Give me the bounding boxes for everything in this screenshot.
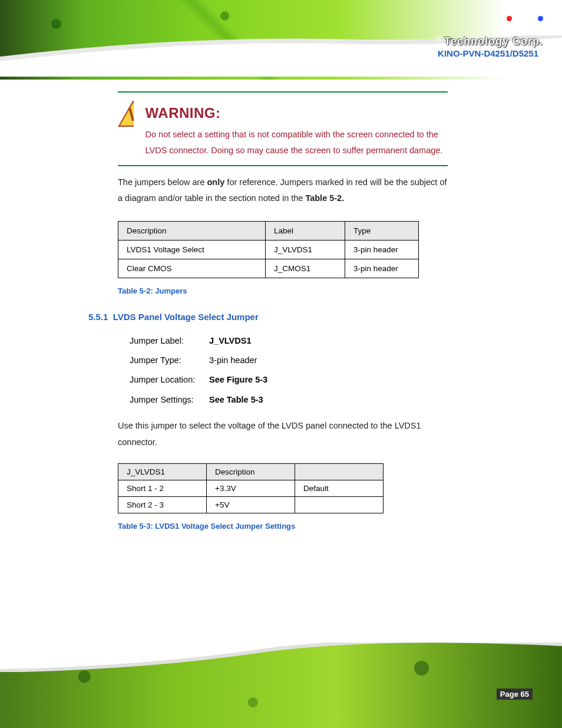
- cell: Short 2 - 3: [118, 497, 207, 513]
- text: The jumpers below are: [118, 177, 207, 187]
- logo-tagline: Technology Corp.: [444, 35, 543, 47]
- field-value: See Table 5-3: [209, 390, 263, 410]
- table-header-row: J_VLVDS1 Description: [118, 464, 384, 480]
- col-description: Description: [207, 464, 295, 480]
- swoosh-bottom: [0, 643, 562, 672]
- cell: 3-pin header: [345, 240, 419, 259]
- header-banner: iEi ® Technology Corp. KINO-PVN-D4251/D5…: [0, 0, 562, 80]
- field-value: J_VLVDS1: [209, 331, 251, 351]
- field-value: See Figure 5-3: [209, 370, 267, 390]
- cell: +3.3V: [207, 480, 295, 497]
- field-value: 3-pin header: [209, 351, 257, 370]
- section-heading: 5.5.1 LVDS Panel Voltage Select Jumper: [88, 312, 503, 322]
- cell: Short 1 - 2: [118, 480, 207, 497]
- warning-body: Do not select a setting that is not comp…: [146, 130, 443, 156]
- field-label: Jumper Settings:: [130, 390, 209, 410]
- list-item: Jumper Location: See Figure 5-3: [130, 370, 503, 390]
- dot-icon: [538, 16, 543, 21]
- section-title: LVDS Panel Voltage Select Jumper: [113, 312, 259, 322]
- intro-paragraph: The jumpers below are only for reference…: [118, 174, 448, 207]
- cell: Default: [295, 480, 384, 497]
- warning-icon: [118, 100, 134, 128]
- list-item: Jumper Label: J_VLVDS1: [130, 331, 503, 351]
- table-ref: Table 5-2.: [305, 193, 344, 203]
- value-bold: See Figure 5-3: [209, 375, 267, 384]
- page-number: Page 65: [497, 689, 533, 700]
- cell: 3-pin header: [345, 259, 419, 278]
- warning-block: WARNING: Do not select a setting that is…: [118, 100, 448, 159]
- list-item: Jumper Type: 3-pin header: [130, 351, 503, 370]
- voltage-select-table: J_VLVDS1 Description Short 1 - 2 +3.3V D…: [118, 463, 384, 513]
- warning-label: WARNING:: [146, 100, 448, 127]
- logo: iEi ® Technology Corp.: [436, 13, 543, 48]
- logo-text: iEi: [507, 14, 543, 34]
- table-caption: Table 5-3: LVDS1 Voltage Select Jumper S…: [118, 522, 503, 531]
- cell: +5V: [207, 497, 295, 513]
- list-item: Jumper Settings: See Table 5-3: [130, 390, 503, 410]
- cell: [295, 497, 384, 513]
- table-row: Clear CMOS J_CMOS1 3-pin header: [118, 259, 419, 278]
- col-jumper: J_VLVDS1: [118, 464, 207, 480]
- table-row: LVDS1 Voltage Select J_VLVDS1 3-pin head…: [118, 240, 419, 259]
- footer-banner: Page 65: [0, 643, 562, 728]
- page-content: WARNING: Do not select a setting that is…: [59, 85, 503, 531]
- divider: [118, 91, 448, 93]
- field-label: Jumper Type:: [130, 351, 209, 370]
- value-bold: J_VLVDS1: [209, 336, 251, 345]
- section-number: 5.5.1: [88, 312, 108, 322]
- value-bold: See Table 5-3: [209, 395, 263, 404]
- table-header-row: Description Label Type: [118, 221, 419, 240]
- table-row: Short 1 - 2 +3.3V Default: [118, 480, 384, 497]
- registered-mark: ®: [436, 34, 442, 43]
- cell: LVDS1 Voltage Select: [118, 240, 266, 259]
- col-label: Label: [266, 221, 345, 240]
- text-bold: only: [207, 177, 227, 187]
- cell: J_CMOS1: [266, 259, 345, 278]
- col-description: Description: [118, 221, 266, 240]
- jumper-info-list: Jumper Label: J_VLVDS1 Jumper Type: 3-pi…: [130, 331, 503, 410]
- cell: Clear CMOS: [118, 259, 266, 278]
- cell: J_VLVDS1: [266, 240, 345, 259]
- jumpers-table: Description Label Type LVDS1 Voltage Sel…: [118, 221, 419, 278]
- dot-icon: [507, 16, 512, 21]
- field-label: Jumper Label:: [130, 331, 209, 351]
- logo-letters: iEi: [513, 14, 537, 34]
- warning-text: WARNING: Do not select a setting that is…: [146, 100, 448, 159]
- table-caption: Table 5-2: Jumpers: [118, 286, 503, 295]
- divider: [118, 165, 448, 166]
- field-label: Jumper Location:: [130, 370, 209, 390]
- col-default: [295, 464, 384, 480]
- body-paragraph: Use this jumper to select the voltage of…: [118, 418, 448, 450]
- product-name: KINO-PVN-D4251/D5251: [438, 48, 538, 58]
- col-type: Type: [345, 221, 419, 240]
- table-row: Short 2 - 3 +5V: [118, 497, 384, 513]
